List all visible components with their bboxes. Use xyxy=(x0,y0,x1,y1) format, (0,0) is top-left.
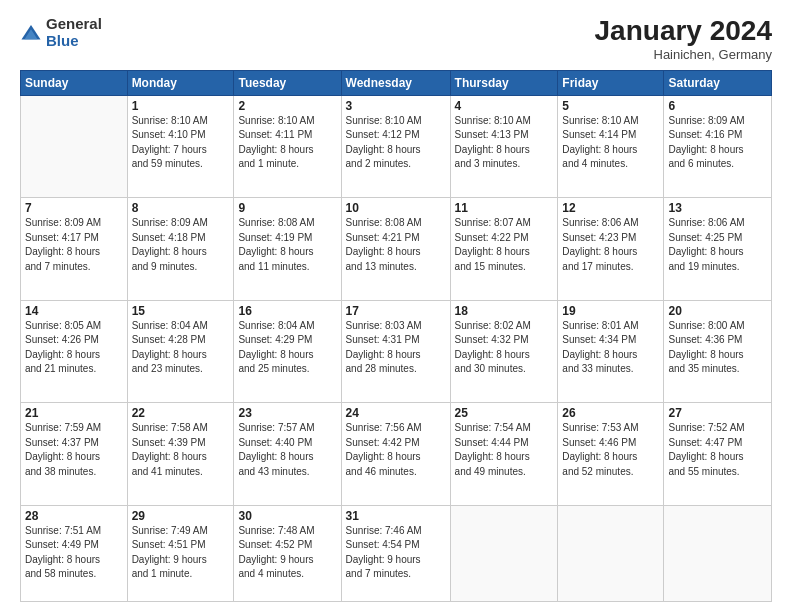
day-number: 11 xyxy=(455,201,554,215)
cell-3-1: 22Sunrise: 7:58 AMSunset: 4:39 PMDayligh… xyxy=(127,403,234,505)
day-number: 1 xyxy=(132,99,230,113)
cell-4-2: 30Sunrise: 7:48 AMSunset: 4:52 PMDayligh… xyxy=(234,505,341,601)
cell-3-4: 25Sunrise: 7:54 AMSunset: 4:44 PMDayligh… xyxy=(450,403,558,505)
day-info: Sunrise: 8:04 AMSunset: 4:28 PMDaylight:… xyxy=(132,319,230,377)
cell-2-4: 18Sunrise: 8:02 AMSunset: 4:32 PMDayligh… xyxy=(450,300,558,402)
cell-4-6 xyxy=(664,505,772,601)
cell-3-6: 27Sunrise: 7:52 AMSunset: 4:47 PMDayligh… xyxy=(664,403,772,505)
logo-icon xyxy=(20,22,42,44)
cell-1-2: 9Sunrise: 8:08 AMSunset: 4:19 PMDaylight… xyxy=(234,198,341,300)
day-info: Sunrise: 7:51 AMSunset: 4:49 PMDaylight:… xyxy=(25,524,123,582)
cell-0-4: 4Sunrise: 8:10 AMSunset: 4:13 PMDaylight… xyxy=(450,95,558,197)
day-number: 31 xyxy=(346,509,446,523)
day-info: Sunrise: 7:54 AMSunset: 4:44 PMDaylight:… xyxy=(455,421,554,479)
day-number: 12 xyxy=(562,201,659,215)
day-info: Sunrise: 8:07 AMSunset: 4:22 PMDaylight:… xyxy=(455,216,554,274)
day-number: 26 xyxy=(562,406,659,420)
day-info: Sunrise: 7:48 AMSunset: 4:52 PMDaylight:… xyxy=(238,524,336,582)
month-title: January 2024 xyxy=(595,16,772,47)
logo-general-text: General xyxy=(46,16,102,33)
cell-2-3: 17Sunrise: 8:03 AMSunset: 4:31 PMDayligh… xyxy=(341,300,450,402)
cell-0-3: 3Sunrise: 8:10 AMSunset: 4:12 PMDaylight… xyxy=(341,95,450,197)
col-thursday: Thursday xyxy=(450,70,558,95)
cell-4-3: 31Sunrise: 7:46 AMSunset: 4:54 PMDayligh… xyxy=(341,505,450,601)
location-text: Hainichen, Germany xyxy=(595,47,772,62)
week-row-3: 14Sunrise: 8:05 AMSunset: 4:26 PMDayligh… xyxy=(21,300,772,402)
day-info: Sunrise: 7:56 AMSunset: 4:42 PMDaylight:… xyxy=(346,421,446,479)
col-wednesday: Wednesday xyxy=(341,70,450,95)
cell-1-5: 12Sunrise: 8:06 AMSunset: 4:23 PMDayligh… xyxy=(558,198,664,300)
cell-3-2: 23Sunrise: 7:57 AMSunset: 4:40 PMDayligh… xyxy=(234,403,341,505)
day-info: Sunrise: 7:52 AMSunset: 4:47 PMDaylight:… xyxy=(668,421,767,479)
col-tuesday: Tuesday xyxy=(234,70,341,95)
logo-blue-text: Blue xyxy=(46,33,102,50)
day-number: 5 xyxy=(562,99,659,113)
day-number: 17 xyxy=(346,304,446,318)
day-number: 8 xyxy=(132,201,230,215)
day-number: 3 xyxy=(346,99,446,113)
day-number: 14 xyxy=(25,304,123,318)
day-info: Sunrise: 8:09 AMSunset: 4:16 PMDaylight:… xyxy=(668,114,767,172)
col-sunday: Sunday xyxy=(21,70,128,95)
cell-2-1: 15Sunrise: 8:04 AMSunset: 4:28 PMDayligh… xyxy=(127,300,234,402)
page: General Blue January 2024 Hainichen, Ger… xyxy=(0,0,792,612)
cell-4-1: 29Sunrise: 7:49 AMSunset: 4:51 PMDayligh… xyxy=(127,505,234,601)
day-number: 30 xyxy=(238,509,336,523)
day-info: Sunrise: 8:00 AMSunset: 4:36 PMDaylight:… xyxy=(668,319,767,377)
day-info: Sunrise: 8:04 AMSunset: 4:29 PMDaylight:… xyxy=(238,319,336,377)
day-info: Sunrise: 7:53 AMSunset: 4:46 PMDaylight:… xyxy=(562,421,659,479)
col-monday: Monday xyxy=(127,70,234,95)
calendar-header-row: Sunday Monday Tuesday Wednesday Thursday… xyxy=(21,70,772,95)
day-info: Sunrise: 8:08 AMSunset: 4:19 PMDaylight:… xyxy=(238,216,336,274)
day-info: Sunrise: 8:06 AMSunset: 4:25 PMDaylight:… xyxy=(668,216,767,274)
day-number: 24 xyxy=(346,406,446,420)
day-number: 9 xyxy=(238,201,336,215)
day-info: Sunrise: 8:02 AMSunset: 4:32 PMDaylight:… xyxy=(455,319,554,377)
cell-1-4: 11Sunrise: 8:07 AMSunset: 4:22 PMDayligh… xyxy=(450,198,558,300)
col-saturday: Saturday xyxy=(664,70,772,95)
day-number: 4 xyxy=(455,99,554,113)
day-number: 23 xyxy=(238,406,336,420)
col-friday: Friday xyxy=(558,70,664,95)
day-info: Sunrise: 8:01 AMSunset: 4:34 PMDaylight:… xyxy=(562,319,659,377)
cell-3-3: 24Sunrise: 7:56 AMSunset: 4:42 PMDayligh… xyxy=(341,403,450,505)
day-info: Sunrise: 8:10 AMSunset: 4:14 PMDaylight:… xyxy=(562,114,659,172)
cell-4-4 xyxy=(450,505,558,601)
cell-4-0: 28Sunrise: 7:51 AMSunset: 4:49 PMDayligh… xyxy=(21,505,128,601)
day-info: Sunrise: 7:49 AMSunset: 4:51 PMDaylight:… xyxy=(132,524,230,582)
cell-1-0: 7Sunrise: 8:09 AMSunset: 4:17 PMDaylight… xyxy=(21,198,128,300)
day-number: 16 xyxy=(238,304,336,318)
day-number: 25 xyxy=(455,406,554,420)
week-row-2: 7Sunrise: 8:09 AMSunset: 4:17 PMDaylight… xyxy=(21,198,772,300)
day-info: Sunrise: 8:06 AMSunset: 4:23 PMDaylight:… xyxy=(562,216,659,274)
day-number: 21 xyxy=(25,406,123,420)
day-number: 28 xyxy=(25,509,123,523)
cell-2-6: 20Sunrise: 8:00 AMSunset: 4:36 PMDayligh… xyxy=(664,300,772,402)
cell-0-5: 5Sunrise: 8:10 AMSunset: 4:14 PMDaylight… xyxy=(558,95,664,197)
day-info: Sunrise: 7:59 AMSunset: 4:37 PMDaylight:… xyxy=(25,421,123,479)
day-number: 15 xyxy=(132,304,230,318)
cell-1-3: 10Sunrise: 8:08 AMSunset: 4:21 PMDayligh… xyxy=(341,198,450,300)
day-number: 2 xyxy=(238,99,336,113)
cell-0-0 xyxy=(21,95,128,197)
day-number: 22 xyxy=(132,406,230,420)
day-info: Sunrise: 7:57 AMSunset: 4:40 PMDaylight:… xyxy=(238,421,336,479)
cell-3-0: 21Sunrise: 7:59 AMSunset: 4:37 PMDayligh… xyxy=(21,403,128,505)
cell-0-2: 2Sunrise: 8:10 AMSunset: 4:11 PMDaylight… xyxy=(234,95,341,197)
cell-2-0: 14Sunrise: 8:05 AMSunset: 4:26 PMDayligh… xyxy=(21,300,128,402)
cell-1-1: 8Sunrise: 8:09 AMSunset: 4:18 PMDaylight… xyxy=(127,198,234,300)
day-number: 10 xyxy=(346,201,446,215)
day-info: Sunrise: 8:10 AMSunset: 4:11 PMDaylight:… xyxy=(238,114,336,172)
day-info: Sunrise: 8:08 AMSunset: 4:21 PMDaylight:… xyxy=(346,216,446,274)
week-row-1: 1Sunrise: 8:10 AMSunset: 4:10 PMDaylight… xyxy=(21,95,772,197)
day-number: 13 xyxy=(668,201,767,215)
cell-4-5 xyxy=(558,505,664,601)
day-info: Sunrise: 8:10 AMSunset: 4:12 PMDaylight:… xyxy=(346,114,446,172)
day-info: Sunrise: 8:09 AMSunset: 4:18 PMDaylight:… xyxy=(132,216,230,274)
day-info: Sunrise: 8:10 AMSunset: 4:13 PMDaylight:… xyxy=(455,114,554,172)
cell-0-1: 1Sunrise: 8:10 AMSunset: 4:10 PMDaylight… xyxy=(127,95,234,197)
day-number: 19 xyxy=(562,304,659,318)
day-info: Sunrise: 8:03 AMSunset: 4:31 PMDaylight:… xyxy=(346,319,446,377)
day-info: Sunrise: 8:10 AMSunset: 4:10 PMDaylight:… xyxy=(132,114,230,172)
header: General Blue January 2024 Hainichen, Ger… xyxy=(20,16,772,62)
